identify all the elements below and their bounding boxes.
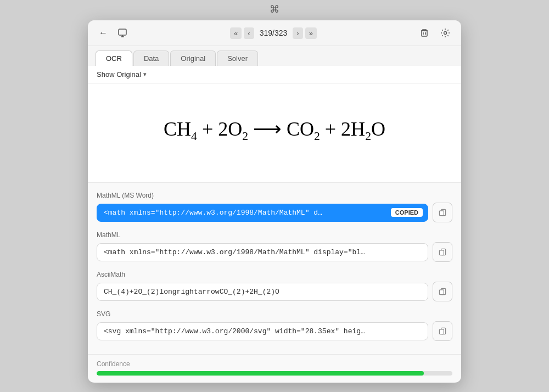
show-original-bar[interactable]: Show Original ▾	[88, 66, 461, 83]
mathml-label: MathML	[97, 231, 452, 239]
next-page-button[interactable]: ›	[293, 27, 302, 39]
mathml-msword-row: <math xmlns="http://www.w3.org/1998/Math…	[97, 203, 452, 222]
svg-rect-14	[439, 329, 444, 334]
delete-button[interactable]	[416, 26, 433, 40]
math-content-area: CH4 + 2O2 ⟶ CO2 + 2H2O	[88, 83, 461, 182]
monitor-button[interactable]	[114, 26, 131, 40]
toolbar-center: « ‹ 319/323 › »	[135, 27, 412, 39]
svg-rect-12	[439, 290, 444, 295]
svg-point-6	[444, 32, 447, 35]
svg-rect-8	[439, 211, 444, 216]
svg-rect-10	[439, 250, 444, 255]
code-fields-section: MathML (MS Word) <math xmlns="http://www…	[88, 182, 461, 354]
show-original-label: Show Original	[97, 70, 141, 79]
main-window: ← « ‹ 319/323 › »	[88, 20, 461, 383]
mathml-msword-group: MathML (MS Word) <math xmlns="http://www…	[97, 192, 452, 222]
copied-badge: COPIED	[391, 208, 423, 217]
svg-copy-button[interactable]	[433, 321, 452, 341]
tab-solver[interactable]: Solver	[217, 51, 258, 66]
confidence-progress-track	[97, 371, 452, 376]
toolbar-right	[416, 26, 453, 40]
confidence-section: Confidence	[88, 354, 461, 382]
mathml-row: <math xmlns="http://www.w3.org/1998/Math…	[97, 242, 452, 262]
svg-rect-3	[422, 31, 427, 36]
asciimath-label: AsciiMath	[97, 271, 452, 278]
chevron-down-icon: ▾	[143, 71, 147, 78]
toolbar: ← « ‹ 319/323 › »	[88, 20, 461, 46]
mathml-msword-label: MathML (MS Word)	[97, 192, 452, 199]
mathml-group: MathML <math xmlns="http://www.w3.org/19…	[97, 231, 452, 262]
svg-rect-0	[119, 29, 126, 35]
mathml-msword-input-wrapper: <math xmlns="http://www.w3.org/1998/Math…	[97, 204, 428, 222]
asciimath-group: AsciiMath CH_(4)+2O_(2)longrightarrowCO_…	[97, 271, 452, 301]
asciimath-input[interactable]: CH_(4)+2O_(2)longrightarrowCO_(2)+2H_(2)…	[97, 283, 428, 301]
svg-label: SVG	[97, 310, 452, 318]
tab-ocr[interactable]: OCR	[96, 51, 132, 66]
app-icon: ⌘	[270, 3, 279, 15]
mathml-input[interactable]: <math xmlns="http://www.w3.org/1998/Math…	[97, 243, 428, 261]
confidence-label: Confidence	[97, 360, 452, 368]
tab-original[interactable]: Original	[170, 51, 216, 66]
tab-data[interactable]: Data	[133, 51, 169, 66]
mathml-copy-button[interactable]	[433, 242, 452, 262]
mathml-msword-copy-button[interactable]	[433, 203, 452, 222]
settings-button[interactable]	[437, 26, 453, 40]
svg-input[interactable]: <svg xmlns="http://www.w3.org/2000/svg" …	[97, 322, 428, 340]
first-page-button[interactable]: «	[230, 27, 242, 39]
confidence-progress-fill	[97, 371, 424, 376]
last-page-button[interactable]: »	[305, 27, 317, 39]
tabs-bar: OCR Data Original Solver	[88, 46, 461, 66]
asciimath-row: CH_(4)+2O_(2)longrightarrowCO_(2)+2H_(2)…	[97, 282, 452, 301]
toolbar-left: ←	[96, 26, 131, 40]
svg-group: SVG <svg xmlns="http://www.w3.org/2000/s…	[97, 310, 452, 341]
page-indicator: 319/323	[256, 29, 291, 37]
math-formula: CH4 + 2O2 ⟶ CO2 + 2H2O	[164, 116, 385, 144]
back-button[interactable]: ←	[96, 26, 111, 40]
svg-row: <svg xmlns="http://www.w3.org/2000/svg" …	[97, 321, 452, 341]
mathml-msword-input[interactable]: <math xmlns="http://www.w3.org/1998/Math…	[97, 204, 428, 222]
asciimath-copy-button[interactable]	[433, 282, 452, 301]
prev-page-button[interactable]: ‹	[244, 27, 254, 39]
math-formula-display: CH4 + 2O2 ⟶ CO2 + 2H2O	[97, 94, 452, 171]
